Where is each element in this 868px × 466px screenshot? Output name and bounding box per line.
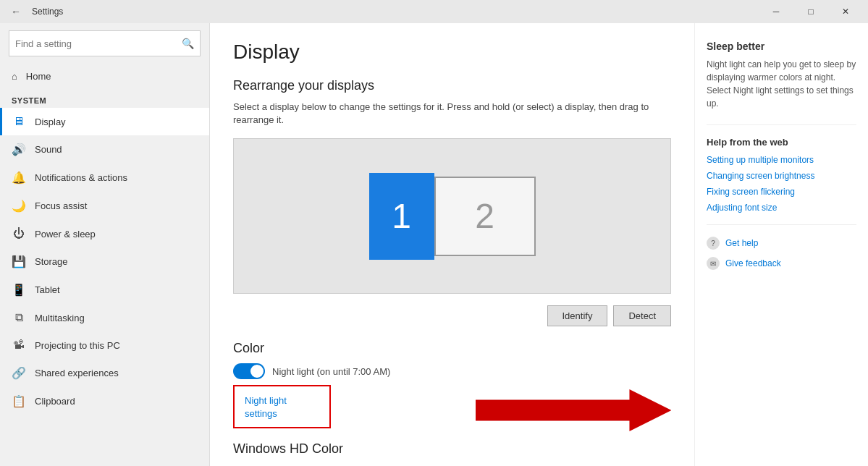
sleep-text: Night light can help you get to sleep by… xyxy=(707,58,856,110)
window-controls: ─ □ ✕ xyxy=(759,0,862,23)
sidebar: 🔍 ⌂ Home System 🖥 Display 🔊 Sound 🔔 Noti… xyxy=(0,23,210,466)
get-help-icon: ? xyxy=(707,237,720,250)
sidebar-label-multitasking: Multitasking xyxy=(35,313,85,323)
right-panel: Sleep better Night light can help you ge… xyxy=(694,23,868,466)
search-icon: 🔍 xyxy=(182,38,194,49)
minimize-icon: ─ xyxy=(773,7,780,17)
sidebar-label-storage: Storage xyxy=(35,256,68,267)
sidebar-item-home[interactable]: ⌂ Home xyxy=(0,64,209,89)
sidebar-item-tablet[interactable]: 📱 Tablet xyxy=(0,276,209,304)
home-label: Home xyxy=(26,71,51,82)
sidebar-item-projecting[interactable]: 📽 Projecting to this PC xyxy=(0,331,209,359)
display-icon: 🖥 xyxy=(12,115,26,128)
title-bar: ← Settings ─ □ ✕ xyxy=(0,0,868,23)
sidebar-label-sound: Sound xyxy=(35,144,62,155)
sidebar-item-sound[interactable]: 🔊 Sound xyxy=(0,135,209,164)
home-icon: ⌂ xyxy=(12,71,17,82)
help-link-brightness[interactable]: Changing screen brightness xyxy=(707,171,856,181)
multitasking-icon: ⧉ xyxy=(12,311,26,324)
page-title: Display xyxy=(233,41,671,64)
svg-marker-0 xyxy=(476,389,671,431)
main-layout: 🔍 ⌂ Home System 🖥 Display 🔊 Sound 🔔 Noti… xyxy=(0,23,868,466)
sidebar-item-shared[interactable]: 🔗 Shared experiences xyxy=(0,359,209,387)
clipboard-icon: 📋 xyxy=(12,394,26,408)
night-light-row: Night light (on until 7:00 AM) xyxy=(233,363,671,379)
back-button[interactable]: ← xyxy=(6,1,26,22)
sidebar-item-display[interactable]: 🖥 Display xyxy=(0,108,209,135)
sidebar-item-power[interactable]: ⏻ Power & sleep xyxy=(0,220,209,247)
monitor-2[interactable]: 2 xyxy=(434,177,536,256)
color-section: Color Night light (on until 7:00 AM) Nig… xyxy=(233,341,671,436)
sidebar-label-power: Power & sleep xyxy=(35,229,96,240)
monitor-1-label: 1 xyxy=(392,196,411,236)
sidebar-label-notifications: Notifications & actions xyxy=(35,172,127,183)
maximize-icon: □ xyxy=(808,7,813,17)
content-area: Display Rearrange your displays Select a… xyxy=(210,23,694,466)
sidebar-label-shared: Shared experiences xyxy=(35,368,119,378)
monitor-2-label: 2 xyxy=(475,196,494,236)
detect-button[interactable]: Detect xyxy=(613,305,671,326)
minimize-button[interactable]: ─ xyxy=(759,0,793,23)
search-input[interactable] xyxy=(15,38,182,49)
maximize-button[interactable]: □ xyxy=(794,0,827,23)
sleep-title: Sleep better xyxy=(707,41,856,52)
sound-icon: 🔊 xyxy=(12,143,26,156)
close-icon: ✕ xyxy=(842,7,849,17)
night-light-toggle[interactable] xyxy=(233,363,265,379)
give-feedback-action[interactable]: ✉ Give feedback xyxy=(707,257,856,270)
sidebar-label-tablet: Tablet xyxy=(35,284,60,295)
storage-icon: 💾 xyxy=(12,255,26,268)
sidebar-item-clipboard[interactable]: 📋 Clipboard xyxy=(0,387,209,415)
notifications-icon: 🔔 xyxy=(12,171,26,185)
sidebar-item-focus[interactable]: 🌙 Focus assist xyxy=(0,192,209,220)
night-light-settings-link[interactable]: Night light settings xyxy=(245,395,287,419)
sidebar-item-multitasking[interactable]: ⧉ Multitasking xyxy=(0,304,209,331)
help-link-flickering[interactable]: Fixing screen flickering xyxy=(707,187,856,197)
help-title: Help from the web xyxy=(707,137,856,148)
monitor-1[interactable]: 1 xyxy=(369,173,434,260)
search-box[interactable]: 🔍 xyxy=(9,30,201,56)
help-link-font[interactable]: Adjusting font size xyxy=(707,203,856,213)
get-help-label: Get help xyxy=(725,238,758,248)
rearrange-description: Select a display below to change the set… xyxy=(233,101,671,127)
sidebar-section-label: System xyxy=(0,89,209,108)
sidebar-item-notifications[interactable]: 🔔 Notifications & actions xyxy=(0,164,209,192)
monitor-buttons: Identify Detect xyxy=(233,305,671,326)
sidebar-label-projecting: Projecting to this PC xyxy=(35,340,120,351)
app-title: Settings xyxy=(32,7,759,17)
sidebar-label-clipboard: Clipboard xyxy=(35,396,75,407)
projecting-icon: 📽 xyxy=(12,339,26,352)
power-icon: ⏻ xyxy=(12,227,26,240)
tablet-icon: 📱 xyxy=(12,283,26,297)
night-light-status: Night light (on until 7:00 AM) xyxy=(272,366,390,377)
sidebar-item-storage[interactable]: 💾 Storage xyxy=(0,247,209,276)
windows-hd-heading: Windows HD Color xyxy=(233,441,671,457)
night-light-settings-row: Night light settings xyxy=(233,385,671,436)
identify-button[interactable]: Identify xyxy=(547,305,608,326)
red-arrow xyxy=(476,389,671,432)
shared-icon: 🔗 xyxy=(12,366,26,380)
rearrange-heading: Rearrange your displays xyxy=(233,78,671,93)
monitor-display-area[interactable]: 1 2 xyxy=(233,138,671,294)
divider-1 xyxy=(707,124,856,125)
focus-icon: 🌙 xyxy=(12,199,26,213)
color-heading: Color xyxy=(233,341,671,356)
close-button[interactable]: ✕ xyxy=(829,0,862,23)
give-feedback-label: Give feedback xyxy=(725,258,781,268)
sidebar-label-focus: Focus assist xyxy=(35,200,87,211)
give-feedback-icon: ✉ xyxy=(707,257,720,270)
back-icon: ← xyxy=(11,6,21,17)
sidebar-label-display: Display xyxy=(35,116,66,127)
divider-2 xyxy=(707,224,856,225)
help-link-monitors[interactable]: Setting up multiple monitors xyxy=(707,155,856,165)
get-help-action[interactable]: ? Get help xyxy=(707,237,856,250)
night-light-settings-box: Night light settings xyxy=(233,385,331,428)
